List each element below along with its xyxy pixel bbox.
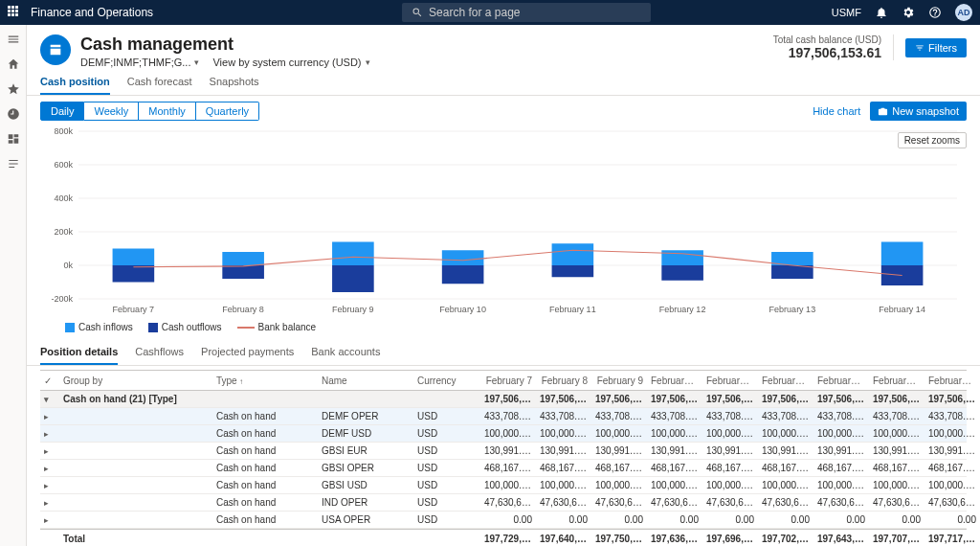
svg-text:February 13: February 13 [769,305,816,314]
help-icon[interactable] [928,6,942,19]
tab-position-details[interactable]: Position details [40,346,118,365]
svg-text:800k: 800k [54,126,73,136]
svg-rect-28 [661,265,703,281]
workspace-icon[interactable] [7,132,20,146]
entity-picker[interactable]: DEMF;INMF;THMF;G... [80,57,199,68]
position-grid: Group by Type Name Currency February 7 F… [40,370,967,546]
col-groupby[interactable]: Group by [59,375,212,386]
left-rail [0,25,27,546]
period-monthly[interactable]: Monthly [139,102,196,121]
svg-rect-25 [552,265,594,277]
company-picker[interactable]: USMF [832,7,861,18]
home-icon[interactable] [7,57,20,71]
svg-text:400k: 400k [54,193,73,203]
bell-icon[interactable] [875,6,888,19]
svg-rect-13 [113,265,155,283]
hamburger-icon[interactable] [7,33,20,46]
page-header: Cash management DEMF;INMF;THMF;G... View… [27,25,980,68]
details-tabs: Position details Cashflows Projected pay… [27,340,980,366]
svg-rect-21 [442,250,484,265]
col-type[interactable]: Type [212,375,318,386]
svg-text:February 7: February 7 [113,305,155,314]
svg-text:February 11: February 11 [549,305,596,314]
clock-icon[interactable] [7,107,20,121]
global-search[interactable]: Search for a page [402,3,651,22]
col-day4[interactable]: February 10 [647,375,702,386]
chart-toolbar: Daily Weekly Monthly Quarterly Hide char… [27,96,980,126]
col-day9[interactable]: February 15 [924,375,980,386]
svg-rect-16 [222,265,264,279]
star-icon[interactable] [7,82,20,96]
filter-icon [915,43,924,53]
search-placeholder: Search for a page [429,6,520,19]
legend-inflows[interactable]: Cash inflows [65,322,133,332]
chart-area: Reset zooms -200k0k200k400k600k800kFebru… [40,126,967,318]
search-icon [412,7,423,18]
period-group: Daily Weekly Monthly Quarterly [40,102,259,121]
period-weekly[interactable]: Weekly [84,102,139,121]
filters-button[interactable]: Filters [905,38,967,57]
svg-rect-18 [332,242,374,266]
svg-text:600k: 600k [54,160,73,170]
grid-header: Group by Type Name Currency February 7 F… [40,370,967,391]
cash-chart[interactable]: -200k0k200k400k600k800kFebruary 7Februar… [40,126,967,318]
svg-text:-200k: -200k [51,294,73,304]
svg-rect-15 [222,252,264,265]
tab-cash-position[interactable]: Cash position [40,76,110,95]
table-row[interactable]: Cash on handGBSI USDUSD100,000.00100,000… [40,477,967,494]
table-row[interactable]: Cash on handIND OPERUSD47,630,638.6747,6… [40,494,967,512]
gear-icon[interactable] [902,6,915,19]
table-row[interactable]: Cash on handGBSI OPERUSD468,167.51468,16… [40,460,967,477]
col-name[interactable]: Name [318,375,413,386]
svg-rect-12 [113,249,155,266]
table-row[interactable]: Cash on handUSA OPERUSD0.000.000.000.000… [40,512,967,529]
tab-snapshots[interactable]: Snapshots [210,76,259,95]
svg-text:February 14: February 14 [879,305,925,314]
hide-chart-link[interactable]: Hide chart [813,105,860,117]
svg-rect-22 [442,265,484,284]
new-snapshot-button[interactable]: New snapshot [870,102,967,121]
table-row[interactable]: Cash on handDEMF USDUSD100,000.00100,000… [40,425,967,443]
legend-outflows[interactable]: Cash outflows [148,322,222,332]
svg-text:0k: 0k [63,261,73,270]
legend-balance[interactable]: Bank balance [237,322,317,332]
svg-text:February 9: February 9 [332,305,374,314]
svg-text:February 10: February 10 [439,305,486,314]
col-day2[interactable]: February 8 [536,375,591,386]
col-day5[interactable]: February 11 [702,375,758,386]
table-row[interactable]: Cash on handGBSI EURUSD130,991.02130,991… [40,443,967,460]
svg-text:200k: 200k [54,227,73,237]
avatar[interactable]: AD [955,4,972,21]
select-all[interactable] [40,375,59,386]
group-row[interactable]: Cash on hand (21) [Type]197,506,153.6119… [40,391,967,408]
col-day3[interactable]: February 9 [591,375,647,386]
svg-rect-33 [881,242,924,266]
main-tabs: Cash position Cash forecast Snapshots [27,68,980,96]
svg-rect-24 [552,243,594,265]
col-day8[interactable]: February 14 [869,375,924,386]
total-balance: Total cash balance (USD) 197,506,153.61 [773,34,894,60]
tab-cash-forecast[interactable]: Cash forecast [127,76,192,95]
col-day6[interactable]: February 12 [758,375,813,386]
period-quarterly[interactable]: Quarterly [196,102,259,121]
col-currency[interactable]: Currency [413,375,480,386]
page-icon [40,34,71,65]
modules-icon[interactable] [7,157,20,171]
topbar: Finance and Operations Search for a page… [0,0,980,25]
svg-rect-27 [661,250,703,265]
currency-picker[interactable]: View by system currency (USD) [212,57,369,68]
app-launcher-icon[interactable] [8,6,21,19]
period-daily[interactable]: Daily [40,102,84,121]
reset-zoom-button[interactable]: Reset zooms [898,132,967,148]
camera-icon [878,106,888,117]
svg-rect-19 [332,265,374,292]
col-day7[interactable]: February 13 [813,375,869,386]
table-row[interactable]: Cash on handDEMF OPERUSD433,708.30433,70… [40,408,967,425]
svg-rect-31 [771,265,813,279]
grid-footer: Total 197,729,464.46 197,640,842.36 197,… [40,529,967,546]
tab-projected-payments[interactable]: Projected payments [201,346,294,365]
tab-bank-accounts[interactable]: Bank accounts [311,346,380,365]
page-title: Cash management [80,34,370,55]
col-day1[interactable]: February 7 [480,375,536,386]
tab-cashflows[interactable]: Cashflows [135,346,184,365]
